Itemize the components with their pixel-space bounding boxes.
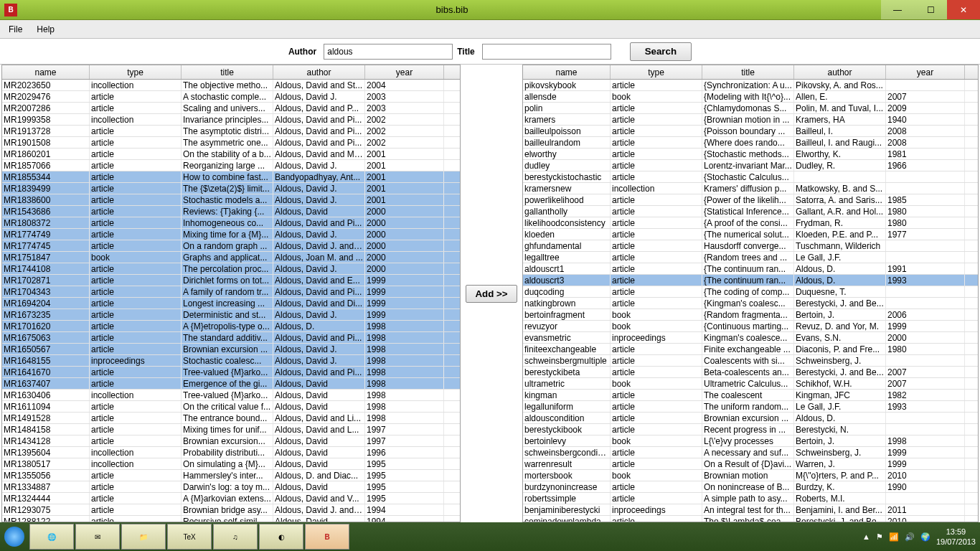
table-row[interactable]: ghfundamentalarticleHausdorff converge..…	[523, 240, 978, 252]
col-year[interactable]: year	[365, 65, 444, 79]
table-row[interactable]: bertoinfragmentbook{Random fragmenta...B…	[523, 309, 978, 321]
col-year[interactable]: year	[886, 65, 965, 79]
table-row[interactable]: MR1380517incollectionOn simulating a {M}…	[2, 458, 460, 470]
table-row[interactable]: ultrametricbookUltrametric Calculus...Sc…	[523, 378, 978, 390]
table-row[interactable]: gallanthollyarticle{Statistical Inferenc…	[523, 206, 978, 217]
table-row[interactable]: revuzyorbook{Continuous marting...Revuz,…	[523, 321, 978, 332]
table-row[interactable]: MR1543686articleReviews: {T}aking {...Al…	[2, 206, 460, 217]
tray-wifi-icon[interactable]: 📶	[889, 532, 899, 542]
menu-file[interactable]: File	[3, 22, 28, 37]
table-row[interactable]: likelihoodconsistencyarticle{A proof of …	[523, 217, 978, 229]
table-row[interactable]: polinarticle{Chlamydomonas S...Polin, M.…	[523, 103, 978, 114]
table-row[interactable]: aldousconditionarticleBrownian excursion…	[523, 413, 978, 424]
table-row[interactable]: MR1702871articleDirichlet forms on tot..…	[2, 275, 460, 286]
table-row[interactable]: MR1611094articleOn the critical value f.…	[2, 401, 460, 413]
task-thunderbird[interactable]: ✉	[75, 524, 120, 550]
table-row[interactable]: natkingbrownarticle{Kingman's coalesc...…	[523, 298, 978, 309]
table-row[interactable]: MR1648155inproceedingsStochastic coalesc…	[2, 355, 460, 367]
table-row[interactable]: MR1704343articleA family of random tr...…	[2, 286, 460, 298]
author-input[interactable]	[324, 44, 453, 60]
right-table-body[interactable]: pikovskybookarticle{Synchronization: A u…	[523, 80, 978, 522]
table-row[interactable]: MR1855344articleHow to combine fast...Ba…	[2, 171, 460, 183]
task-bibs[interactable]: B	[305, 524, 349, 550]
table-row[interactable]: dudleyarticleLorentz-invariant Mar...Dud…	[523, 160, 978, 171]
col-title[interactable]: title	[702, 65, 794, 79]
table-row[interactable]: MR1673235articleDeterministic and st...A…	[2, 309, 460, 321]
table-row[interactable]: MR2023650incollectionThe objective metho…	[2, 80, 460, 91]
table-row[interactable]: MR1838600articleStochastic models a...Al…	[2, 194, 460, 206]
task-eclipse[interactable]: ◐	[259, 524, 303, 550]
table-row[interactable]: MR1751847bookGraphs and applicat...Aldou…	[2, 252, 460, 263]
table-row[interactable]: schweinsbergconditi...articleA necessary…	[523, 447, 978, 458]
table-row[interactable]: bailleulrandomarticle{Where does rando..…	[523, 137, 978, 149]
left-table-body[interactable]: MR2023650incollectionThe objective metho…	[2, 80, 460, 522]
table-row[interactable]: MR1491528articleThe entrance bound...Ald…	[2, 413, 460, 424]
table-row[interactable]: kramersnewincollectionKramers' diffusion…	[523, 183, 978, 194]
search-button[interactable]: Search	[630, 42, 692, 61]
table-row[interactable]: cominadownlambdaarticleThe $\Lambda$-coa…	[523, 516, 978, 522]
tray-up-icon[interactable]: ▲	[862, 532, 870, 541]
tray-flag-icon[interactable]: ⚑	[876, 532, 883, 542]
table-row[interactable]: MR1641670articleTree-valued {M}arko...Al…	[2, 367, 460, 378]
table-row[interactable]: bailleulpoissonarticle{Poisson boundary …	[523, 126, 978, 137]
table-row[interactable]: MR1434128articleBrownian excursion...Ald…	[2, 435, 460, 447]
col-author[interactable]: author	[273, 65, 365, 79]
task-explorer[interactable]: 📁	[121, 524, 166, 550]
table-row[interactable]: MR1694204articleLongest increasing ...Al…	[2, 298, 460, 309]
table-row[interactable]: warrenresultarticleOn a Result of {D}avi…	[523, 458, 978, 470]
table-row[interactable]: evansmetricinproceedingsKingman's coales…	[523, 332, 978, 344]
table-row[interactable]: MR2029476articleA stochastic comple...Al…	[2, 91, 460, 103]
task-chrome[interactable]: 🌐	[29, 524, 74, 550]
table-row[interactable]: MR1774749articleMixing time for a {M}...…	[2, 229, 460, 240]
table-row[interactable]: legalltreearticle{Random trees and ...Le…	[523, 252, 978, 263]
table-row[interactable]: schweinsbergmultiplearticleCoalescents w…	[523, 355, 978, 367]
clock[interactable]: 13:59 19/07/2013	[936, 527, 976, 547]
system-tray[interactable]: ▲ ⚑ 📶 🔊 🌍 13:59 19/07/2013	[862, 527, 976, 547]
table-row[interactable]: berestyckistochasticarticle{Stochastic C…	[523, 171, 978, 183]
table-row[interactable]: robertssimplearticleA simple path to asy…	[523, 493, 978, 504]
table-row[interactable]: MR1355056articleHammersley's inter...Ald…	[2, 470, 460, 481]
table-row[interactable]: MR1857066articleReorganizing large ...Al…	[2, 160, 460, 171]
table-row[interactable]: MR1637407articleEmergence of the gi...Al…	[2, 378, 460, 390]
table-row[interactable]: MR1808372articleInhomogeneous co...Aldou…	[2, 217, 460, 229]
table-row[interactable]: elworthyarticle{Stochastic methods...Elw…	[523, 149, 978, 160]
add-button[interactable]: Add >>	[466, 285, 517, 303]
table-row[interactable]: berestyckibookarticleRecent progress in …	[523, 424, 978, 435]
table-row[interactable]: MR1901508articleThe asymmetric one...Ald…	[2, 137, 460, 149]
table-row[interactable]: aldouscrt3article{The continuum ran...Al…	[523, 275, 978, 286]
col-author[interactable]: author	[794, 65, 886, 79]
col-title[interactable]: title	[182, 65, 273, 79]
title-input[interactable]	[482, 44, 611, 60]
table-row[interactable]: finiteexchangeablearticleFinite exchange…	[523, 344, 978, 355]
col-name[interactable]: name	[523, 65, 611, 79]
tray-globe-icon[interactable]: 🌍	[920, 532, 930, 542]
table-row[interactable]: MR1334887articleDarwin's log: a toy m...…	[2, 481, 460, 493]
table-row[interactable]: allensdebook{Modeling with It{\^o}...All…	[523, 91, 978, 103]
table-row[interactable]: mortersbookbookBrownian motionM{\"o}rter…	[523, 470, 978, 481]
tray-sound-icon[interactable]: 🔊	[905, 532, 915, 542]
table-row[interactable]: MR1774745articleOn a random graph ...Ald…	[2, 240, 460, 252]
table-row[interactable]: MR1395604incollectionProbability distrib…	[2, 447, 460, 458]
col-type[interactable]: type	[90, 65, 182, 79]
taskbar[interactable]: 🌐 ✉ 📁 TeX ♫ ◐ B ▲ ⚑ 📶 🔊 🌍 13:59 19/07/20…	[0, 522, 980, 551]
table-row[interactable]: aldouscrt1article{The continuum ran...Al…	[523, 263, 978, 275]
minimize-button[interactable]: —	[881, 0, 914, 19]
table-row[interactable]: kramersarticle{Brownian motion in ...Kra…	[523, 114, 978, 126]
menu-help[interactable]: Help	[31, 22, 60, 37]
col-type[interactable]: type	[611, 65, 702, 79]
table-row[interactable]: powerlikelihoodarticle{Power of the like…	[523, 194, 978, 206]
table-row[interactable]: benjaminiberestyckiinproceedingsAn integ…	[523, 504, 978, 516]
table-row[interactable]: MR1293075articleBrownian bridge asy...Al…	[2, 504, 460, 516]
table-row[interactable]: bertoinlevybookL{\'e}vy processesBertoin…	[523, 435, 978, 447]
table-row[interactable]: MR1675063articleThe standard additiv...A…	[2, 332, 460, 344]
close-button[interactable]: ✕	[947, 0, 980, 19]
maximize-button[interactable]: ☐	[914, 0, 947, 19]
task-tex[interactable]: TeX	[167, 524, 212, 550]
table-row[interactable]: MR1999358incollectionInvariance principl…	[2, 114, 460, 126]
table-row[interactable]: kingmanarticleThe coalescentKingman, JFC…	[523, 390, 978, 401]
table-row[interactable]: duqcodingarticle{The coding of comp...Du…	[523, 286, 978, 298]
table-row[interactable]: MR1484158articleMixing times for unif...…	[2, 424, 460, 435]
table-row[interactable]: burdzynonincreasearticleOn nonincrease o…	[523, 481, 978, 493]
start-button[interactable]	[4, 527, 24, 547]
table-row[interactable]: pikovskybookarticle{Synchronization: A u…	[523, 80, 978, 91]
